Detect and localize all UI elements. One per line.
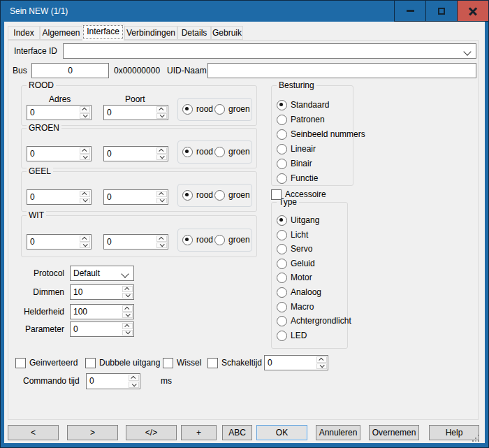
- annuleren-button[interactable]: Annuleren: [316, 425, 360, 440]
- tab-interface[interactable]: Interface: [82, 24, 124, 41]
- wissel-checkbox[interactable]: Wissel: [163, 358, 201, 368]
- spin-down-button[interactable]: [122, 330, 133, 336]
- spin-up-button[interactable]: [129, 375, 139, 381]
- protocol-select[interactable]: Default: [70, 266, 134, 281]
- tab-verbindingen[interactable]: Verbindingen: [124, 26, 177, 40]
- spin-down-button[interactable]: [156, 198, 167, 204]
- spin-down-button[interactable]: [122, 293, 133, 299]
- radio-off-icon: [277, 129, 287, 140]
- close-button[interactable]: [457, 1, 488, 22]
- spin-down-button[interactable]: [80, 154, 90, 161]
- wit-adres-value: 0: [30, 237, 35, 247]
- schakeltijd-spinner[interactable]: 0: [264, 355, 328, 370]
- spin-up-button[interactable]: [156, 106, 167, 113]
- checkbox-label: Accessoire: [285, 189, 326, 200]
- spin-up-button[interactable]: [316, 356, 327, 363]
- abc-button[interactable]: ABC: [222, 425, 252, 440]
- uid-naam-input[interactable]: [207, 63, 476, 78]
- radio-analoog[interactable]: Analoog: [277, 287, 321, 298]
- groen-poort-spinner[interactable]: 0: [103, 146, 168, 161]
- bus-input[interactable]: 0: [31, 63, 109, 78]
- maximize-button[interactable]: [425, 1, 457, 22]
- radio-geluid[interactable]: Geluid: [277, 259, 315, 269]
- rood-poort-spinner[interactable]: 0: [103, 105, 168, 120]
- help-button[interactable]: Help: [429, 425, 479, 440]
- spin-down-button[interactable]: [156, 243, 167, 249]
- spin-down-button[interactable]: [80, 243, 90, 249]
- rood-groen-radio[interactable]: groen: [214, 104, 250, 115]
- minimize-button[interactable]: [394, 1, 425, 22]
- titlebar[interactable]: Sein NEW (1/1): [1, 1, 488, 22]
- wit-rood-radio[interactable]: rood: [182, 235, 213, 245]
- geinverteerd-checkbox[interactable]: Geinverteerd: [15, 358, 78, 368]
- spin-up-button[interactable]: [122, 286, 133, 292]
- radio-led[interactable]: LED: [277, 331, 307, 341]
- prev-button[interactable]: <: [8, 425, 59, 440]
- dimmen-spinner[interactable]: 10: [70, 284, 134, 300]
- tab-details[interactable]: Details: [177, 26, 211, 40]
- spin-down-button[interactable]: [156, 113, 167, 120]
- spin-down-button[interactable]: [80, 113, 90, 120]
- add-button[interactable]: +: [181, 425, 217, 440]
- radio-label: Standaard: [291, 100, 329, 110]
- radio-macro[interactable]: Macro: [277, 302, 314, 312]
- spin-down-button[interactable]: [122, 312, 133, 319]
- radio-standaard[interactable]: Standaard: [277, 100, 329, 110]
- wit-poort-spinner[interactable]: 0: [103, 234, 168, 250]
- spin-up-button[interactable]: [80, 147, 90, 154]
- chevron-up-icon: [124, 306, 129, 311]
- rood-adres-spinner[interactable]: 0: [27, 105, 92, 120]
- next-button[interactable]: >: [67, 425, 118, 440]
- wit-groen-radio[interactable]: groen: [214, 235, 250, 245]
- helderheid-spinner[interactable]: 100: [70, 304, 134, 319]
- spin-up-button[interactable]: [122, 323, 133, 329]
- radio-off-icon: [277, 273, 287, 283]
- schakeltijd-checkbox[interactable]: Schakeltijd: [207, 358, 262, 368]
- tab-algemeen[interactable]: Algemeen: [40, 26, 82, 40]
- radio-label: Servo: [291, 244, 312, 254]
- radio-seinbeeld-nummers[interactable]: Seinbeeld nummers: [277, 129, 365, 140]
- spin-up-button[interactable]: [80, 191, 90, 197]
- tab-index[interactable]: Index: [8, 26, 40, 40]
- spin-up-button[interactable]: [80, 236, 90, 242]
- spin-up-button[interactable]: [156, 236, 167, 242]
- spin-up-button[interactable]: [156, 147, 167, 154]
- radio-motor[interactable]: Motor: [277, 273, 312, 283]
- chevron-up-icon: [159, 148, 163, 153]
- geel-groen-radio[interactable]: groen: [214, 190, 250, 201]
- radio-functie[interactable]: Functie: [277, 173, 318, 184]
- commando-tijd-spinner[interactable]: 0: [86, 373, 140, 389]
- geel-rood-radio[interactable]: rood: [182, 190, 213, 201]
- radio-achtergrondlicht[interactable]: Achtergrondlicht: [277, 316, 351, 326]
- radio-licht[interactable]: Licht: [277, 230, 308, 240]
- radio-lineair[interactable]: Lineair: [277, 144, 316, 154]
- accessoire-checkbox[interactable]: Accessoire: [271, 189, 326, 200]
- radio-uitgang[interactable]: Uitgang: [277, 215, 319, 226]
- rood-rood-radio[interactable]: rood: [182, 104, 213, 115]
- code-button[interactable]: </>: [126, 425, 177, 440]
- groen-adres-spinner[interactable]: 0: [27, 146, 92, 161]
- spin-up-button[interactable]: [80, 106, 90, 113]
- overnemen-button[interactable]: Overnemen: [369, 425, 419, 440]
- geel-poort-spinner[interactable]: 0: [103, 189, 168, 205]
- groen-rood-radio[interactable]: rood: [182, 147, 213, 157]
- spin-down-button[interactable]: [129, 382, 139, 388]
- spin-down-button[interactable]: [156, 154, 167, 161]
- spin-down-button[interactable]: [80, 198, 90, 204]
- radio-servo[interactable]: Servo: [277, 244, 312, 254]
- resize-grip[interactable]: [478, 435, 479, 436]
- ok-button[interactable]: OK: [256, 425, 307, 440]
- spin-up-button[interactable]: [122, 305, 133, 312]
- spin-down-button[interactable]: [316, 363, 327, 370]
- wit-adres-spinner[interactable]: 0: [27, 234, 92, 250]
- radio-patronen[interactable]: Patronen: [277, 115, 325, 125]
- dubbele-uitgang-checkbox[interactable]: Dubbele uitgang: [85, 358, 160, 368]
- parameter-spinner[interactable]: 0: [70, 321, 134, 337]
- spin-up-button[interactable]: [156, 191, 167, 197]
- geel-poort-value: 0: [107, 192, 112, 202]
- groen-groen-radio[interactable]: groen: [214, 147, 250, 157]
- radio-binair[interactable]: Binair: [277, 159, 312, 169]
- interface-id-select[interactable]: [63, 43, 476, 59]
- tab-gebruik[interactable]: Gebruik: [211, 26, 243, 40]
- geel-adres-spinner[interactable]: 0: [27, 189, 92, 205]
